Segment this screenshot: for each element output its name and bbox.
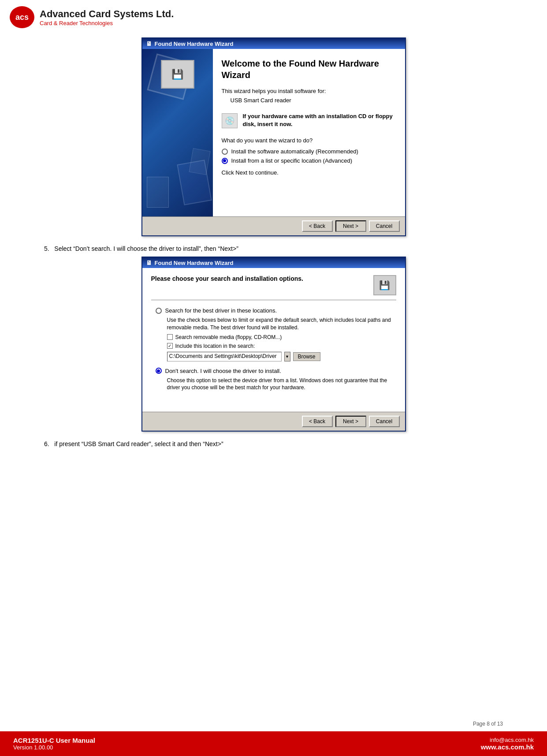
wizard2-checkbox2-label: Include this location in the search: xyxy=(175,343,255,349)
wizard1-titlebar-icon: 🖥 xyxy=(146,40,152,47)
wizard1-option2-label: Install from a list or specific location… xyxy=(231,157,353,164)
page-number: Page 8 of 13 xyxy=(0,716,547,731)
step5-text: 5. Select “Don’t search. I will choose t… xyxy=(44,245,503,252)
wizard2-checkbox1-row: Search removable media (floppy, CD-ROM..… xyxy=(167,334,396,340)
wizard2-option1-row: Search for the best driver in these loca… xyxy=(156,307,396,314)
step6-text: 6. if present “USB Smart Card reader”, s… xyxy=(44,440,503,447)
wizard1-body-text: This wizard helps you install software f… xyxy=(222,88,396,94)
wizard2-title: Please choose your search and installati… xyxy=(151,275,303,282)
cd-text: If your hardware came with an installati… xyxy=(243,112,396,128)
wizard2-location-value: C:\Documents and Settings\kit\Desktop\Dr… xyxy=(169,353,277,359)
wizard1-titlebar: 🖥 Found New Hardware Wizard xyxy=(142,38,405,49)
main-content: 🖥 Found New Hardware Wizard 💾 Welcome to… xyxy=(0,33,547,716)
wizard2-spacer xyxy=(151,391,396,405)
logo-text: Advanced Card Systems Ltd. Card & Reader… xyxy=(40,8,174,26)
wizard1-next-button[interactable]: Next > xyxy=(335,220,366,232)
acs-logo-icon: acs xyxy=(9,5,35,30)
wizard1-dialog: 🖥 Found New Hardware Wizard 💾 Welcome to… xyxy=(141,37,406,236)
footer-product: ACR1251U-C User Manual xyxy=(13,737,95,744)
footer-version: Version 1.00.00 xyxy=(13,744,95,751)
page-number-text: Page 8 of 13 xyxy=(473,721,503,727)
wizard2-checkbox1[interactable] xyxy=(167,334,173,340)
wizard1-cd-row: 💿 If your hardware came with an installa… xyxy=(222,111,396,130)
wizard1-graphic: 💾 xyxy=(142,49,213,216)
wizard2-checkbox2[interactable] xyxy=(167,343,173,349)
wizard2-dropdown-arrow[interactable]: ▼ xyxy=(284,352,290,361)
wizard1-radio2[interactable] xyxy=(222,158,228,164)
wizard2-checkbox2-row: Include this location in the search: xyxy=(167,343,396,349)
wizard2-radio2[interactable] xyxy=(156,368,162,374)
wizard1-click-text: Click Next to continue. xyxy=(222,169,396,176)
footer-right: info@acs.com.hk www.acs.com.hk xyxy=(481,737,534,751)
wizard2-dialog: 🖥 Found New Hardware Wizard Please choos… xyxy=(141,257,406,432)
page-header: acs Advanced Card Systems Ltd. Card & Re… xyxy=(0,0,547,33)
logo-container: acs Advanced Card Systems Ltd. Card & Re… xyxy=(9,5,174,30)
wizard2-browse-button[interactable]: Browse xyxy=(293,352,320,361)
wizard1-cancel-button[interactable]: Cancel xyxy=(369,220,400,232)
wizard2-option1-subsection: Use the check boxes below to limit or ex… xyxy=(167,317,396,361)
svg-text:acs: acs xyxy=(15,13,29,22)
wizard2-footer: < Back Next > Cancel xyxy=(142,412,405,431)
wizard2-titlebar-icon: 🖥 xyxy=(146,259,152,266)
wizard1-radio1[interactable] xyxy=(222,149,228,155)
company-name: Advanced Card Systems Ltd. xyxy=(40,8,174,20)
wizard2-location-row: C:\Documents and Settings\kit\Desktop\Dr… xyxy=(167,352,396,361)
wizard2-cancel-button[interactable]: Cancel xyxy=(369,416,400,427)
wizard1-title: Welcome to the Found New Hardware Wizard xyxy=(222,58,396,81)
wizard2-header-row: Please choose your search and installati… xyxy=(151,275,396,300)
wizard1-right-panel: Welcome to the Found New Hardware Wizard… xyxy=(213,49,405,216)
wizard1-graphic-deco1 xyxy=(147,177,169,208)
footer-website: www.acs.com.hk xyxy=(481,743,534,751)
wizard2-body: Please choose your search and installati… xyxy=(142,268,405,412)
wizard1-option2-row: Install from a list or specific location… xyxy=(222,157,396,164)
wizard2-location-input[interactable]: C:\Documents and Settings\kit\Desktop\Dr… xyxy=(167,352,282,361)
wizard1-footer: < Back Next > Cancel xyxy=(142,216,405,235)
wizard1-question: What do you want the wizard to do? xyxy=(222,137,396,144)
wizard1-body: 💾 Welcome to the Found New Hardware Wiza… xyxy=(142,49,405,216)
wizard1-hardware-icon: 💾 xyxy=(161,60,194,89)
wizard2-option2-label: Don't search. I will choose the driver t… xyxy=(165,368,281,374)
wizard2-next-button[interactable]: Next > xyxy=(335,416,366,427)
wizard1-graphic-deco2 xyxy=(189,148,210,175)
company-tagline: Card & Reader Technologies xyxy=(40,20,174,26)
wizard1-device-name: USB Smart Card reader xyxy=(231,97,396,104)
wizard1-option1-row: Install the software automatically (Reco… xyxy=(222,148,396,155)
footer-email: info@acs.com.hk xyxy=(481,737,534,743)
wizard2-option2-row: Don't search. I will choose the driver t… xyxy=(156,368,396,374)
wizard2-option1-label: Search for the best driver in these loca… xyxy=(165,307,277,314)
wizard2-titlebar: 🖥 Found New Hardware Wizard xyxy=(142,257,405,268)
wizard2-option1-section: Search for the best driver in these loca… xyxy=(151,307,396,361)
wizard2-radio1[interactable] xyxy=(156,308,162,314)
cd-icon: 💿 xyxy=(222,113,238,128)
wizard1-left-panel: 💾 xyxy=(142,49,213,216)
wizard2-hw-icon: 💾 xyxy=(373,275,396,295)
wizard2-option1-desc: Use the check boxes below to limit or ex… xyxy=(167,317,396,331)
footer-bar: ACR1251U-C User Manual Version 1.00.00 i… xyxy=(0,731,547,756)
wizard2-back-button[interactable]: < Back xyxy=(302,416,333,427)
wizard2-option2-desc: Choose this option to select the device … xyxy=(167,377,396,392)
wizard2-checkbox1-label: Search removable media (floppy, CD-ROM..… xyxy=(175,334,282,340)
wizard2-titlebar-text: Found New Hardware Wizard xyxy=(155,260,234,266)
wizard2-option2-section: Don't search. I will choose the driver t… xyxy=(151,368,396,392)
footer-left: ACR1251U-C User Manual Version 1.00.00 xyxy=(13,737,95,751)
wizard1-back-button[interactable]: < Back xyxy=(302,220,333,232)
wizard1-option1-label: Install the software automatically (Reco… xyxy=(231,148,358,155)
wizard1-titlebar-text: Found New Hardware Wizard xyxy=(155,41,234,47)
